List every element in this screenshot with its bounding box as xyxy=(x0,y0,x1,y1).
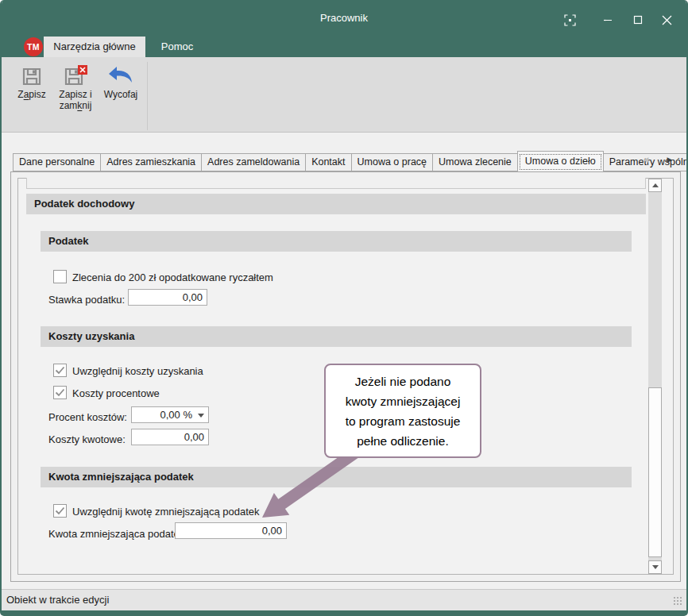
tab-scroll-right-icon[interactable]: ▶ xyxy=(664,155,675,164)
triangle-up-icon xyxy=(652,183,659,187)
save-close-icon xyxy=(63,65,88,87)
ribbon-tab-home[interactable]: Narzędzia główne xyxy=(44,37,145,57)
tab-strip: Dane personalne Adres zamieszkania Adres… xyxy=(13,151,688,171)
save-and-close-label: Zapisz i zamknij xyxy=(59,89,91,111)
koszty-kwotowe-input[interactable] xyxy=(131,429,209,445)
close-button[interactable] xyxy=(656,11,677,29)
save-button[interactable]: Zapisz xyxy=(11,60,52,122)
scrolled-out-control xyxy=(26,178,646,189)
tab-umowa-o-dzielo[interactable]: Umowa o dzieło xyxy=(517,151,604,171)
annotation-callout: Jeżeli nie podano kwoty zmniejszającej t… xyxy=(324,364,481,458)
status-bar: Obiekt w trakcie edycji xyxy=(2,589,686,610)
stawka-podatku-label: Stawka podatku: xyxy=(48,293,125,306)
section-header-podatek: Podatek xyxy=(41,231,632,252)
tab-adres-zameldowania[interactable]: Adres zameldowania xyxy=(201,153,306,171)
callout-line: kwoty zmniejszającej xyxy=(326,391,480,411)
stawka-podatku-input[interactable] xyxy=(128,289,207,306)
screenshot-button[interactable] xyxy=(559,11,580,29)
scroll-down-button[interactable] xyxy=(648,560,662,574)
undo-button[interactable]: Wycofaj xyxy=(99,60,143,122)
save-button-label: Zapisz xyxy=(17,89,45,100)
tab-dane-personalne[interactable]: Dane personalne xyxy=(13,153,101,171)
scrollbar-thumb[interactable] xyxy=(648,387,662,557)
ribbon: Zapisz Zapisz i zamknij Wycof xyxy=(2,57,686,133)
titlebar: Pracownik xyxy=(2,0,686,37)
chevron-down-icon xyxy=(198,414,204,418)
minimize-button[interactable] xyxy=(597,11,618,29)
callout-line: Jeżeli nie podano xyxy=(326,372,480,391)
checkbox-koszty-procentowe[interactable] xyxy=(53,386,67,399)
tab-scroll-left-icon[interactable]: ◀ xyxy=(640,155,651,164)
checkbox-zlecenia-ryczalt-label[interactable]: Zlecenia do 200 zł opodatkowane ryczałte… xyxy=(72,271,273,284)
callout-line: to program zastosuje xyxy=(326,411,480,431)
tab-umowa-zlecenie[interactable]: Umowa zlecenie xyxy=(432,153,518,171)
ribbon-group-separator xyxy=(147,62,148,130)
save-icon xyxy=(21,65,43,87)
checkbox-uwzglednij-kwote[interactable] xyxy=(53,504,67,518)
callout-line: pełne odliczenie. xyxy=(326,431,480,451)
section-header-podatek-dochodowy: Podatek dochodowy xyxy=(26,194,646,214)
maximize-icon xyxy=(633,15,643,25)
tab-adres-zamieszkania[interactable]: Adres zamieszkania xyxy=(100,153,202,171)
section-header-kwota-zmniejszajaca: Kwota zmniejszająca podatek xyxy=(41,467,632,487)
app-logo: TM xyxy=(24,37,43,56)
tab-umowa-o-prace[interactable]: Umowa o pracę xyxy=(351,153,434,171)
koszty-kwotowe-label: Koszty kwotowe: xyxy=(48,433,126,446)
undo-button-label: Wycofaj xyxy=(104,89,138,100)
undo-icon xyxy=(107,65,134,87)
status-text: Obiekt w trakcie edycji xyxy=(6,594,109,606)
scroll-up-button[interactable] xyxy=(648,179,662,192)
vertical-scrollbar[interactable] xyxy=(648,179,662,574)
procent-kosztow-combobox[interactable]: 0,00 % xyxy=(131,406,209,423)
minimize-icon xyxy=(603,15,613,25)
checkbox-koszty-procentowe-label[interactable]: Koszty procentowe xyxy=(72,387,160,400)
check-icon xyxy=(55,366,65,375)
checkbox-zlecenia-ryczalt[interactable] xyxy=(53,270,67,283)
check-icon xyxy=(55,388,65,397)
checkbox-uwzglednij-koszty[interactable] xyxy=(53,364,67,377)
maximize-button[interactable] xyxy=(628,11,648,29)
triangle-down-icon xyxy=(652,565,659,569)
ribbon-tab-help[interactable]: Pomoc xyxy=(149,37,205,57)
ribbon-tab-row: TM Narzędzia główne Pomoc xyxy=(2,37,686,57)
checkbox-uwzglednij-koszty-label[interactable]: Uwzględnij koszty uzyskania xyxy=(72,364,203,378)
checkbox-uwzglednij-kwote-label[interactable]: Uwzględnij kwotę zmniejszającą podatek xyxy=(72,505,260,518)
content-scroll-area: Podatek dochodowy Podatek Zlecenia do 20… xyxy=(17,178,674,575)
close-icon xyxy=(662,15,672,25)
procent-kosztow-label: Procent kosztów: xyxy=(48,410,127,424)
check-icon xyxy=(55,506,65,515)
kwota-zmniejszajaca-label: Kwota zmniejszająca podatek: xyxy=(48,527,187,541)
app-window: Pracownik TM xyxy=(0,0,688,616)
tab-kontakt[interactable]: Kontakt xyxy=(305,153,351,171)
screenshot-icon xyxy=(564,14,576,26)
save-and-close-button[interactable]: Zapisz i zamknij xyxy=(52,60,99,122)
section-header-koszty-uzyskania: Koszty uzyskania xyxy=(41,326,632,347)
window-title: Pracownik xyxy=(2,12,686,24)
kwota-zmniejszajaca-input[interactable] xyxy=(175,522,287,539)
resize-grip-icon[interactable] xyxy=(674,597,682,605)
procent-kosztow-value: 0,00 % xyxy=(160,409,192,421)
